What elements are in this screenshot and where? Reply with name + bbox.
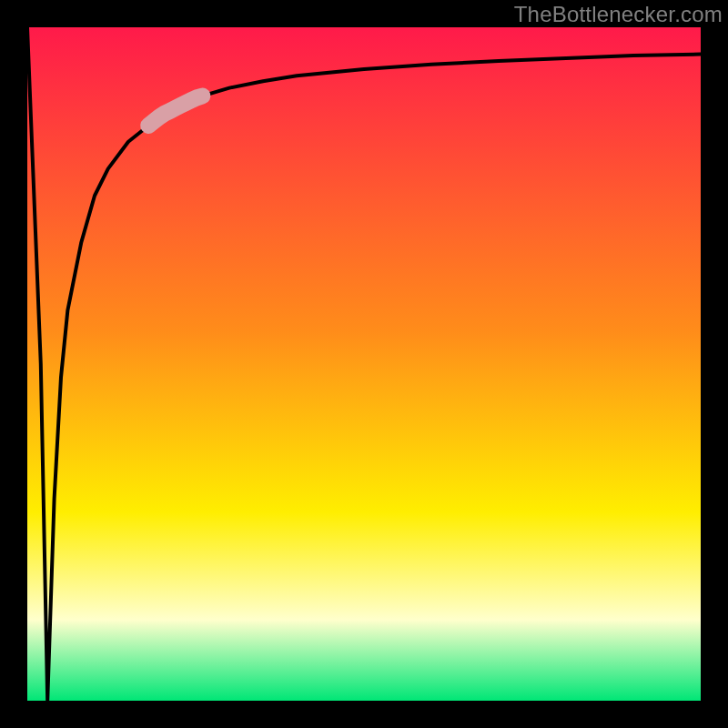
plot-background — [27, 27, 701, 701]
watermark-text: TheBottleneсker.com — [514, 2, 723, 27]
frame-left — [0, 0, 27, 728]
chart-stage: TheBottleneсker.com — [0, 0, 728, 728]
frame-right — [701, 0, 728, 728]
bottleneck-chart — [0, 0, 728, 728]
frame-bottom — [0, 701, 728, 728]
